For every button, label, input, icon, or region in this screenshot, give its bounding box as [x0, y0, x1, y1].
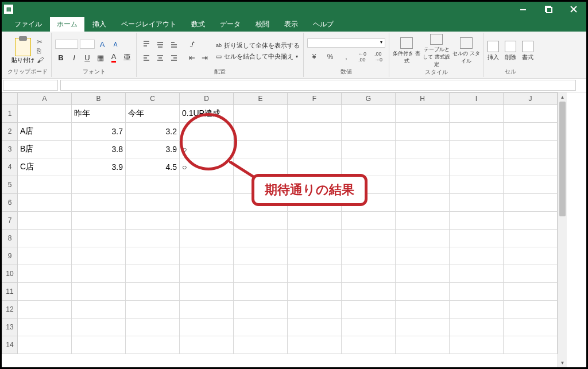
cell-B7[interactable] [72, 212, 126, 230]
cell-A9[interactable] [18, 247, 72, 265]
cell-C8[interactable] [126, 230, 180, 247]
cell-B2[interactable]: 3.7 [72, 123, 126, 141]
comma-button[interactable]: , [339, 50, 353, 64]
cell-B13[interactable] [72, 318, 126, 336]
cell-C10[interactable] [126, 265, 180, 283]
paste-button[interactable]: 貼り付け [11, 38, 34, 64]
cell-C6[interactable] [126, 194, 180, 212]
cell-A3[interactable]: B店 [18, 141, 72, 158]
cell-C14[interactable] [126, 336, 180, 354]
cell-J9[interactable] [504, 247, 558, 265]
cell-G10[interactable] [342, 265, 396, 283]
cell-F4[interactable] [288, 158, 342, 176]
cell-A4[interactable]: C店 [18, 158, 72, 176]
cell-J12[interactable] [504, 301, 558, 318]
cell-B5[interactable] [72, 176, 126, 194]
cell-C11[interactable] [126, 283, 180, 301]
cell-E7[interactable] [234, 212, 288, 230]
cell-D5[interactable] [180, 176, 234, 194]
cell-D10[interactable] [180, 265, 234, 283]
cell-G11[interactable] [342, 283, 396, 301]
cell-B11[interactable] [72, 283, 126, 301]
cell-F6[interactable] [288, 194, 342, 212]
cell-B4[interactable]: 3.9 [72, 158, 126, 176]
wrap-text-button[interactable]: ab折り返して全体を表示する [216, 41, 300, 50]
cell-J8[interactable] [504, 230, 558, 247]
align-middle-button[interactable] [154, 38, 167, 51]
cell-A8[interactable] [18, 230, 72, 247]
font-name-box[interactable] [55, 40, 78, 49]
tab-pagelayout[interactable]: ページレイアウト [114, 17, 183, 32]
col-header-A[interactable]: A [18, 92, 72, 105]
formula-bar[interactable] [60, 80, 576, 91]
cell-E14[interactable] [234, 336, 288, 354]
font-color-button[interactable]: 亜 [121, 52, 133, 63]
row-header-4[interactable]: 4 [2, 158, 18, 176]
cell-E1[interactable] [234, 105, 288, 123]
cell-G7[interactable] [342, 212, 396, 230]
select-all-corner[interactable] [2, 92, 18, 105]
row-header-14[interactable]: 14 [2, 336, 18, 354]
tab-view[interactable]: 表示 [277, 17, 305, 32]
orientation-button[interactable]: ⭜ [186, 38, 198, 50]
cell-I2[interactable] [450, 123, 504, 141]
scroll-thumb[interactable] [559, 102, 566, 216]
cell-J11[interactable] [504, 283, 558, 301]
cell-F11[interactable] [288, 283, 342, 301]
col-header-J[interactable]: J [504, 92, 558, 105]
tab-insert[interactable]: 挿入 [86, 17, 113, 32]
cell-B10[interactable] [72, 265, 126, 283]
tab-home[interactable]: ホーム [50, 17, 84, 32]
row-header-5[interactable]: 5 [2, 176, 18, 194]
cell-I14[interactable] [450, 336, 504, 354]
row-header-12[interactable]: 12 [2, 301, 18, 318]
cell-A7[interactable] [18, 212, 72, 230]
cell-C13[interactable] [126, 318, 180, 336]
cell-J13[interactable] [504, 318, 558, 336]
cell-H8[interactable] [396, 230, 450, 247]
cell-styles-button[interactable]: セルの スタイル [452, 34, 480, 68]
col-header-E[interactable]: E [234, 92, 288, 105]
cell-H1[interactable] [396, 105, 450, 123]
cell-F10[interactable] [288, 265, 342, 283]
cell-I8[interactable] [450, 230, 504, 247]
underline-button[interactable]: U [82, 52, 93, 63]
cell-J7[interactable] [504, 212, 558, 230]
cell-A12[interactable] [18, 301, 72, 318]
shrink-font-button[interactable]: A [110, 38, 121, 50]
col-header-I[interactable]: I [450, 92, 504, 105]
cell-I5[interactable] [450, 176, 504, 194]
cell-C4[interactable]: 4.5 [126, 158, 180, 176]
cell-J6[interactable] [504, 194, 558, 212]
row-header-7[interactable]: 7 [2, 212, 18, 230]
cell-D3[interactable]: ○ [180, 141, 234, 158]
cell-H3[interactable] [396, 141, 450, 158]
spreadsheet-grid[interactable]: ABCDEFGHIJ1昨年今年0.1UP達成2A店3.73.23B店3.83.9… [2, 92, 558, 367]
cell-H12[interactable] [396, 301, 450, 318]
cell-D9[interactable] [180, 247, 234, 265]
cell-C3[interactable]: 3.9 [126, 141, 180, 158]
cell-B9[interactable] [72, 247, 126, 265]
cell-E10[interactable] [234, 265, 288, 283]
cell-A1[interactable] [18, 105, 72, 123]
cell-E6[interactable] [234, 194, 288, 212]
row-header-8[interactable]: 8 [2, 230, 18, 247]
cell-G14[interactable] [342, 336, 396, 354]
cell-I3[interactable] [450, 141, 504, 158]
col-header-C[interactable]: C [126, 92, 180, 105]
tab-review[interactable]: 校閲 [249, 17, 276, 32]
row-header-9[interactable]: 9 [2, 247, 18, 265]
cell-B12[interactable] [72, 301, 126, 318]
cell-C9[interactable] [126, 247, 180, 265]
cell-G1[interactable] [342, 105, 396, 123]
cell-C2[interactable]: 3.2 [126, 123, 180, 141]
format-cells-button[interactable]: 書式 [522, 41, 533, 61]
grow-font-button[interactable]: A [96, 38, 108, 50]
cell-D13[interactable] [180, 318, 234, 336]
number-format-box[interactable]: ▾ [307, 38, 385, 48]
cell-D4[interactable]: ○ [180, 158, 234, 176]
cell-G9[interactable] [342, 247, 396, 265]
cell-D14[interactable] [180, 336, 234, 354]
align-right-button[interactable] [168, 52, 180, 64]
row-header-6[interactable]: 6 [2, 194, 18, 212]
